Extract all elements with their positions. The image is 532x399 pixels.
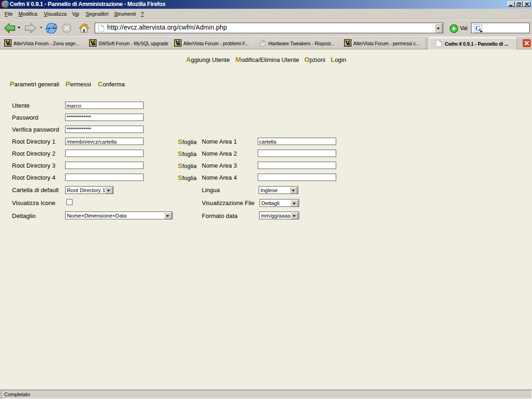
svg-text:G: G — [475, 24, 481, 32]
